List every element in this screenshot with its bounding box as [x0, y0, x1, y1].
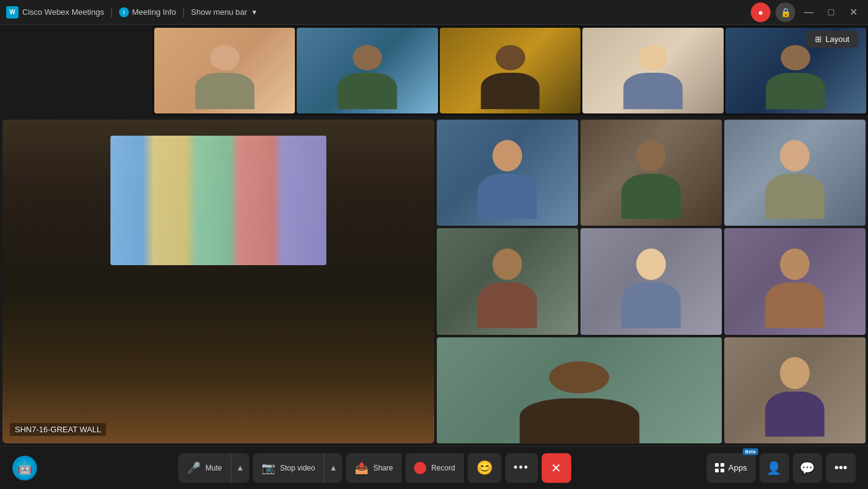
record-label: Record: [431, 464, 455, 472]
grid-body-3: [765, 174, 824, 219]
meeting-info-label: Meeting Info: [132, 7, 176, 17]
mute-button[interactable]: 🎤 Mute: [178, 453, 231, 483]
person-head-1: [210, 45, 239, 70]
apps-dot-2: [721, 463, 724, 467]
chevron-up-icon: ▲: [236, 463, 244, 472]
person-silhouette-4: [611, 41, 695, 113]
beta-badge: Beta: [743, 448, 758, 455]
layout-grid-icon: ⊞: [815, 35, 822, 44]
grid-video-7[interactable]: [437, 337, 722, 443]
grid-video-1[interactable]: [437, 120, 578, 226]
thumbnail-video-4[interactable]: [582, 28, 723, 113]
thumbnail-video-1[interactable]: [154, 28, 295, 113]
grid-body-8: [765, 392, 824, 437]
grid-person-6: [753, 244, 837, 334]
grid-video-8[interactable]: [724, 337, 866, 443]
grid-video-5[interactable]: [581, 228, 722, 334]
grid-head-8: [780, 357, 809, 388]
grid-video-6[interactable]: [724, 228, 866, 334]
chevron-up-icon-2: ▲: [329, 463, 337, 472]
apps-label: Apps: [729, 463, 747, 472]
participants-button[interactable]: 👤: [759, 453, 789, 483]
layout-label: Layout: [825, 35, 849, 44]
person-silhouette-2: [325, 41, 410, 113]
webex-bot-icon[interactable]: 🤖: [12, 456, 37, 480]
grid-video-4[interactable]: [437, 228, 578, 334]
record-button[interactable]: Record: [405, 453, 464, 483]
thumbnail-video-2[interactable]: [297, 28, 437, 113]
reactions-button[interactable]: 😊: [468, 453, 502, 483]
end-call-icon: ✕: [551, 461, 561, 475]
grid-person-4: [465, 244, 550, 334]
person-head-3: [495, 45, 525, 70]
chevron-down-icon: ▾: [252, 7, 257, 17]
more-options-button[interactable]: •••: [826, 453, 856, 483]
layout-button[interactable]: ⊞ Layout: [806, 31, 858, 47]
meeting-info-icon: i: [119, 7, 129, 17]
lock-button[interactable]: 🔒: [775, 2, 795, 22]
person-body-1: [195, 73, 254, 109]
conference-room-background: [2, 120, 434, 443]
person-silhouette-3: [468, 41, 553, 113]
grid-head-3: [780, 140, 809, 171]
minimize-button[interactable]: —: [800, 4, 817, 21]
chat-icon: 💬: [800, 461, 815, 475]
grid-person-2: [609, 136, 693, 226]
main-video[interactable]: SHN7-16-GREAT WALL: [2, 120, 434, 443]
grid-body-7: [519, 398, 639, 443]
show-menu-label: Show menu bar: [191, 7, 247, 17]
record-dot-icon: [414, 462, 426, 474]
more-button[interactable]: •••: [505, 453, 538, 483]
app-title: Cisco Webex Meetings: [22, 7, 104, 17]
record-control-group: Record: [405, 453, 464, 483]
mute-caret-button[interactable]: ▲: [231, 453, 249, 483]
separator-1: |: [110, 7, 113, 18]
grid-person-1: [465, 136, 550, 226]
video-caret-button[interactable]: ▲: [324, 453, 342, 483]
more-options-icon: •••: [834, 461, 847, 475]
titlebar: W Cisco Webex Meetings | i Meeting Info …: [0, 0, 868, 25]
grid-head-7: [549, 361, 609, 393]
grid-person-5: [609, 244, 693, 334]
grid-video-3[interactable]: [724, 120, 866, 226]
more-dots-icon: •••: [514, 461, 529, 474]
apps-button[interactable]: Apps Beta: [706, 453, 756, 483]
close-button[interactable]: ✕: [845, 4, 862, 21]
thumbnail-video-3[interactable]: [440, 28, 581, 113]
grid-head-6: [780, 249, 809, 280]
person-body-4: [623, 73, 682, 109]
main-video-label: SHN7-16-GREAT WALL: [10, 423, 106, 436]
maximize-button[interactable]: □: [822, 4, 840, 21]
apps-dot-1: [715, 463, 719, 467]
toolbar-left: 🤖: [12, 456, 43, 480]
chat-button[interactable]: 💬: [793, 453, 822, 483]
share-label: Share: [373, 464, 393, 472]
share-control-group: 📤 Share: [346, 453, 402, 483]
grid-body-2: [621, 174, 680, 219]
recording-indicator-button[interactable]: ●: [751, 2, 771, 22]
show-menu-button[interactable]: Show menu bar ▾: [191, 7, 257, 17]
thumbnail-strip: [152, 26, 868, 115]
grid-body-5: [621, 282, 680, 327]
grid-video-2[interactable]: [581, 120, 722, 226]
grid-body-6: [765, 282, 824, 327]
mute-control-group: 🎤 Mute ▲: [178, 453, 249, 483]
person-head-4: [638, 45, 668, 70]
grid-person-8: [753, 353, 837, 443]
end-call-button[interactable]: ✕: [542, 453, 571, 483]
webex-logo-icon: W: [6, 6, 19, 18]
stop-video-button[interactable]: 📷 Stop video: [253, 453, 324, 483]
share-button[interactable]: 📤 Share: [346, 453, 402, 483]
camera-icon: 📷: [262, 461, 275, 475]
mute-label: Mute: [205, 464, 222, 472]
video-area: SHN7-16-GREAT WALL: [0, 117, 868, 446]
meeting-info-button[interactable]: i Meeting Info: [119, 7, 176, 17]
people-silhouette: [2, 217, 434, 444]
grid-person-7: [494, 353, 664, 443]
participants-icon: 👤: [766, 461, 782, 475]
share-icon: 📤: [355, 461, 368, 475]
microphone-icon: 🎤: [187, 461, 200, 475]
grid-body-4: [477, 282, 537, 327]
grid-body-1: [477, 174, 537, 219]
apps-grid-icon: [715, 463, 725, 473]
